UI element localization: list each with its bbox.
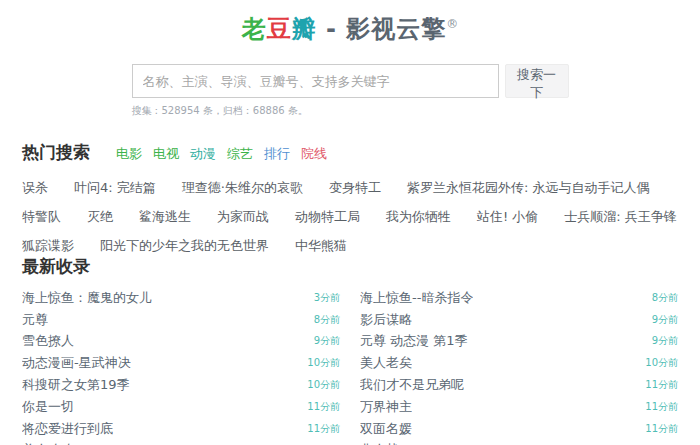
category-links: 电影电视动漫综艺排行院线: [116, 145, 327, 163]
latest-item[interactable]: 元尊 8分前: [22, 309, 340, 331]
hot-term-link[interactable]: 狐踪谍影: [22, 237, 74, 255]
latest-item-time: 9分前: [314, 334, 340, 348]
latest-item[interactable]: 双面名媛 11分前: [360, 418, 678, 440]
latest-item[interactable]: 雪色撩人 9分前: [22, 331, 340, 353]
latest-item[interactable]: 美人攻略 12分前: [22, 440, 340, 445]
hot-term-link[interactable]: 我为你牺牲: [386, 208, 451, 226]
search-button[interactable]: 搜索一下: [505, 64, 569, 98]
latest-item[interactable]: 我们才不是兄弟呢 11分前: [360, 374, 678, 396]
latest-item-title[interactable]: 我们才不是兄弟呢: [360, 376, 464, 394]
category-link[interactable]: 院线: [301, 145, 327, 163]
latest-item-time: 8分前: [314, 313, 340, 327]
latest-item[interactable]: 海上惊鱼：魔鬼的女儿 3分前: [22, 287, 340, 309]
hot-term-link[interactable]: 变身特工: [329, 179, 381, 197]
latest-item-title[interactable]: 美人老矣: [360, 354, 412, 372]
latest-item-title[interactable]: 非人哉: [360, 441, 399, 445]
hot-term-link[interactable]: 叶问4: 完结篇: [74, 179, 156, 197]
hot-term-link[interactable]: 站住! 小偷: [477, 208, 538, 226]
latest-item[interactable]: 将恋爱进行到底 11分前: [22, 418, 340, 440]
hot-term-link[interactable]: 灭绝: [87, 208, 113, 226]
latest-item[interactable]: 元尊 动态漫 第1季 9分前: [360, 331, 678, 353]
hot-search-section: 热门搜索 电影电视动漫综艺排行院线 误杀叶问4: 完结篇理查德·朱维尔的哀歌变身…: [22, 141, 678, 255]
logo-char: 老: [242, 15, 267, 43]
latest-item-time: 11分前: [307, 400, 340, 414]
latest-item[interactable]: 动态漫画-星武神决 10分前: [22, 352, 340, 374]
registered-mark-icon: ®: [446, 17, 458, 31]
hot-term-link[interactable]: 误杀: [22, 179, 48, 197]
latest-item-title[interactable]: 美人攻略: [22, 441, 74, 445]
latest-item[interactable]: 非人哉 12分前: [360, 440, 678, 445]
latest-section: 最新收录 海上惊鱼：魔鬼的女儿 3分前 元尊 8分前 雪色撩人: [22, 255, 678, 445]
latest-item-time: 3分前: [314, 291, 340, 305]
latest-item-title[interactable]: 海上惊鱼：魔鬼的女儿: [22, 289, 152, 307]
latest-item-title[interactable]: 你是一切: [22, 398, 74, 416]
category-link[interactable]: 电视: [153, 145, 179, 163]
latest-item[interactable]: 万界神主 11分前: [360, 396, 678, 418]
latest-list-right: 海上惊鱼--暗杀指令 8分前 影后谋略 9分前 元尊 动态漫 第1季 9分前: [360, 287, 678, 445]
hot-term-list: 误杀叶问4: 完结篇理查德·朱维尔的哀歌变身特工紫罗兰永恒花园外传: 永远与自动…: [22, 179, 677, 255]
latest-item[interactable]: 科搜研之女第19季 10分前: [22, 374, 340, 396]
latest-item[interactable]: 你是一切 11分前: [22, 396, 340, 418]
latest-item-time: 9分前: [652, 313, 678, 327]
latest-item-title[interactable]: 双面名媛: [360, 420, 412, 438]
category-link[interactable]: 排行: [264, 145, 290, 163]
hot-term-link[interactable]: 特警队: [22, 208, 61, 226]
logo-suffix: - 影视云擎: [317, 15, 447, 43]
hot-term-link[interactable]: 士兵顺溜: 兵王争锋: [564, 208, 677, 226]
latest-item-time: 11分前: [645, 422, 678, 436]
hot-term-link[interactable]: 理查德·朱维尔的哀歌: [182, 179, 303, 197]
latest-columns: 海上惊鱼：魔鬼的女儿 3分前 元尊 8分前 雪色撩人 9分前 动态漫画: [22, 287, 678, 445]
latest-item-time: 11分前: [645, 378, 678, 392]
search-input[interactable]: [132, 64, 499, 98]
latest-item-title[interactable]: 元尊 动态漫 第1季: [360, 332, 468, 350]
hot-term-link[interactable]: 动物特工局: [295, 208, 360, 226]
latest-item[interactable]: 美人老矣 10分前: [360, 352, 678, 374]
latest-item-time: 9分前: [652, 334, 678, 348]
latest-item-time: 10分前: [307, 378, 340, 392]
latest-item-title[interactable]: 元尊: [22, 311, 48, 329]
search-stats: 搜集：528954 条，归档：68886 条。: [132, 104, 569, 118]
latest-item-title[interactable]: 万界神主: [360, 398, 412, 416]
hot-term-link[interactable]: 鲨海逃生: [139, 208, 191, 226]
search-bar: 搜索一下: [132, 64, 569, 98]
latest-list-left: 海上惊鱼：魔鬼的女儿 3分前 元尊 8分前 雪色撩人 9分前 动态漫画: [22, 287, 340, 445]
latest-item-time: 10分前: [307, 356, 340, 370]
latest-item-title[interactable]: 雪色撩人: [22, 332, 74, 350]
latest-item-title[interactable]: 影后谋略: [360, 311, 412, 329]
hot-term-link[interactable]: 为家而战: [217, 208, 269, 226]
latest-item[interactable]: 影后谋略 9分前: [360, 309, 678, 331]
latest-item-time: 11分前: [307, 422, 340, 436]
latest-item-time: 8分前: [652, 291, 678, 305]
hot-term-link[interactable]: 中华熊猫: [295, 237, 347, 255]
hot-term-link[interactable]: 阳光下的少年之我的无色世界: [100, 237, 269, 255]
logo-char: 豆: [267, 15, 292, 43]
category-link[interactable]: 电影: [116, 145, 142, 163]
site-logo: 老豆瓣 - 影视云擎®: [0, 13, 700, 45]
latest-item-title[interactable]: 科搜研之女第19季: [22, 376, 130, 394]
logo-colored-text: 老豆瓣: [242, 15, 317, 43]
latest-item-time: 10分前: [645, 356, 678, 370]
latest-item[interactable]: 海上惊鱼--暗杀指令 8分前: [360, 287, 678, 309]
latest-item-title[interactable]: 将恋爱进行到底: [22, 420, 113, 438]
category-link[interactable]: 综艺: [227, 145, 253, 163]
latest-title: 最新收录: [22, 255, 678, 278]
hot-search-title: 热门搜索: [22, 141, 90, 164]
latest-item-time: 11分前: [645, 400, 678, 414]
latest-item-title[interactable]: 动态漫画-星武神决: [22, 354, 131, 372]
logo-char: 瓣: [292, 15, 317, 43]
latest-item-title[interactable]: 海上惊鱼--暗杀指令: [360, 289, 473, 307]
category-link[interactable]: 动漫: [190, 145, 216, 163]
hot-term-link[interactable]: 紫罗兰永恒花园外传: 永远与自动手记人偶: [407, 179, 650, 197]
